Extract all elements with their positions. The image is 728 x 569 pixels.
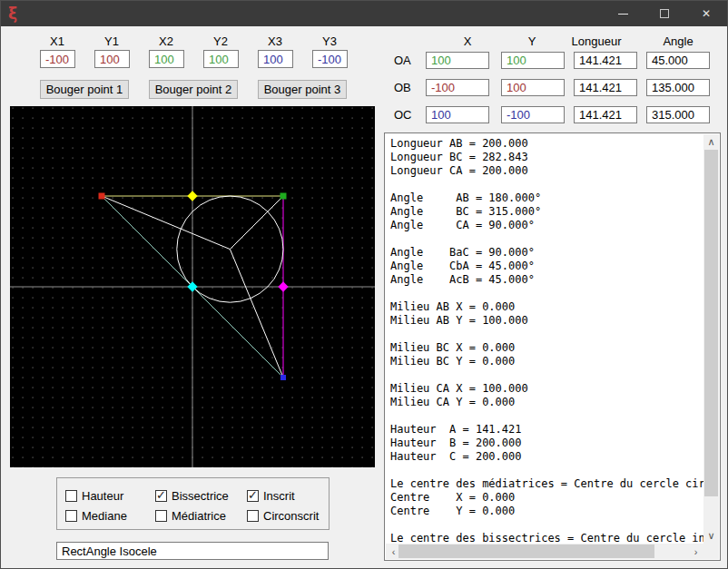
input-y2[interactable] (203, 50, 239, 68)
move-point-2-button[interactable]: Bouger point 2 (149, 80, 238, 99)
input-y1[interactable] (94, 50, 130, 68)
checkbox-mediatrice[interactable]: Médiatrice (155, 509, 226, 523)
header-x: X (448, 34, 487, 48)
row-label-oc: OC (394, 108, 421, 122)
ob-x-field[interactable] (426, 79, 489, 96)
vertex-C[interactable] (280, 375, 286, 380)
label-y1: Y1 (89, 34, 134, 48)
ob-angle-field[interactable] (646, 79, 710, 96)
oc-x-field[interactable] (426, 106, 489, 123)
label-y2: Y2 (198, 34, 243, 48)
checkbox-box[interactable] (155, 510, 167, 522)
checkbox-box[interactable] (247, 490, 259, 502)
vertex-B[interactable] (99, 193, 105, 200)
minimize-icon (618, 14, 628, 15)
header-y: Y (512, 34, 552, 48)
checkbox-box[interactable] (65, 490, 77, 502)
move-point-1-button[interactable]: Bouger point 1 (40, 80, 129, 99)
oc-y-field[interactable] (501, 106, 565, 123)
header-longueur: Longueur (560, 34, 633, 48)
titlebar[interactable]: ξ ✕ (1, 1, 727, 26)
label-y3: Y3 (307, 34, 352, 48)
input-x2[interactable] (149, 50, 184, 68)
vertex-A[interactable] (280, 193, 287, 200)
output-panel: Longueur AB = 200.000 Longueur BC = 282.… (384, 132, 721, 561)
checkbox-mediane[interactable]: Mediane (65, 509, 127, 523)
row-label-ob: OB (394, 81, 421, 94)
checkbox-bissectrice[interactable]: Bissectrice (155, 489, 229, 503)
client-area: X1 Y1 X2 Y2 X3 Y3 Bouger point 1 Bouger … (1, 26, 727, 568)
oa-longueur-field[interactable] (574, 52, 637, 69)
geometry-canvas[interactable] (10, 106, 375, 467)
label-x1: X1 (34, 34, 80, 48)
ob-y-field[interactable] (501, 79, 565, 96)
checkbox-inscrit[interactable]: Inscrit (247, 489, 295, 503)
vertical-scrollbar[interactable]: ∧ ∨ (703, 134, 719, 544)
options-groupbox: Hauteur Mediane Bissectrice Médiatrice I… (56, 477, 330, 530)
scroll-down-icon[interactable]: ∨ (703, 528, 719, 544)
close-icon: ✕ (702, 7, 711, 20)
move-point-3-button[interactable]: Bouger point 3 (258, 80, 347, 99)
scroll-right-icon[interactable]: › (688, 544, 703, 559)
maximize-button[interactable] (644, 1, 685, 26)
close-button[interactable]: ✕ (685, 1, 727, 26)
vertical-scroll-thumb[interactable] (704, 150, 718, 496)
oa-x-field[interactable] (426, 52, 489, 69)
app-window: ξ ✕ X1 Y1 X2 Y2 X3 Y3 Bouger point 1 Bou… (0, 0, 728, 569)
scroll-up-icon[interactable]: ∧ (703, 134, 719, 150)
input-y3[interactable] (312, 50, 348, 68)
oc-longueur-field[interactable] (574, 106, 637, 123)
scrollbar-corner (703, 544, 719, 559)
app-icon: ξ (8, 5, 23, 23)
triangle-type-field[interactable] (56, 542, 329, 560)
row-label-oa: OA (394, 54, 421, 67)
checkbox-hauteur[interactable]: Hauteur (65, 489, 123, 503)
checkbox-box[interactable] (65, 510, 77, 522)
oc-angle-field[interactable] (646, 106, 710, 123)
horizontal-scroll-thumb[interactable] (398, 544, 654, 558)
input-x3[interactable] (258, 50, 293, 68)
header-angle: Angle (642, 34, 714, 48)
ob-longueur-field[interactable] (574, 79, 637, 96)
horizontal-scrollbar[interactable]: ‹ › (386, 544, 703, 559)
oa-angle-field[interactable] (646, 52, 710, 69)
input-x1[interactable] (40, 50, 75, 68)
checkbox-circonscrit[interactable]: Circonscrit (247, 509, 319, 523)
output-text: Longueur AB = 200.000 Longueur BC = 282.… (386, 134, 703, 544)
checkbox-box[interactable] (155, 490, 167, 502)
minimize-button[interactable] (602, 1, 644, 26)
oa-y-field[interactable] (501, 52, 565, 69)
maximize-icon (660, 9, 669, 18)
label-x3: X3 (252, 34, 298, 48)
checkbox-box[interactable] (247, 510, 259, 522)
label-x2: X2 (143, 34, 189, 48)
